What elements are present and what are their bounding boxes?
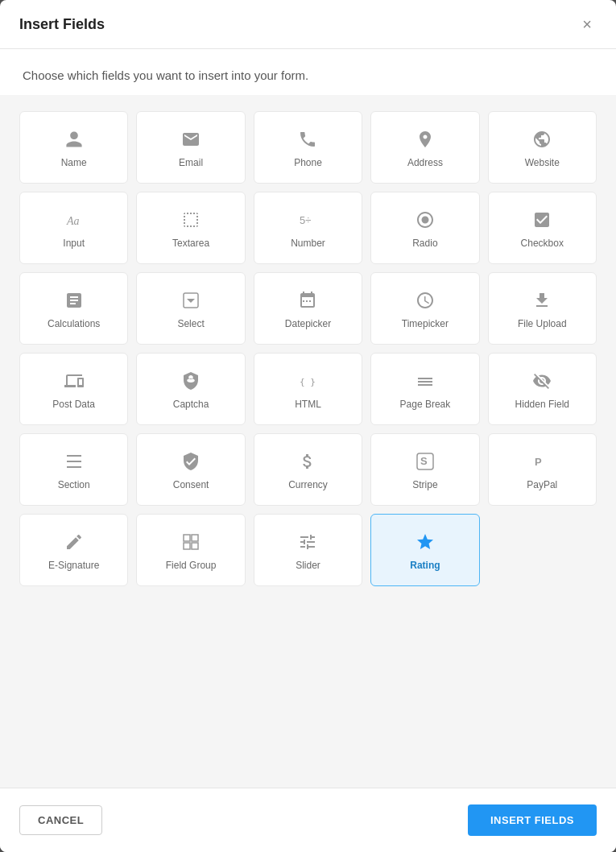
datepicker-icon bbox=[298, 289, 317, 312]
timepicker-icon bbox=[415, 289, 435, 312]
field-item-select[interactable]: Select bbox=[136, 272, 245, 345]
rating-icon bbox=[415, 531, 435, 553]
field-label-section: Section bbox=[58, 479, 90, 492]
svg-text:{ }: { } bbox=[300, 377, 316, 387]
field-item-website[interactable]: Website bbox=[488, 111, 597, 184]
fieldgroup-icon bbox=[181, 531, 201, 553]
modal-header: Insert Fields × bbox=[0, 0, 616, 49]
fileupload-icon bbox=[532, 289, 552, 312]
field-label-phone: Phone bbox=[294, 157, 322, 170]
field-item-email[interactable]: Email bbox=[136, 111, 245, 184]
field-label-select: Select bbox=[177, 318, 204, 331]
field-label-paypal: PayPal bbox=[527, 479, 557, 492]
field-item-phone[interactable]: Phone bbox=[254, 111, 362, 184]
field-item-checkbox[interactable]: Checkbox bbox=[488, 192, 597, 264]
field-label-slider: Slider bbox=[296, 560, 320, 573]
field-label-stripe: Stripe bbox=[412, 479, 437, 492]
consent-icon bbox=[181, 450, 201, 473]
field-item-section[interactable]: Section bbox=[19, 433, 128, 506]
calculations-icon bbox=[64, 289, 84, 312]
field-item-paypal[interactable]: PPayPal bbox=[488, 433, 597, 506]
field-label-input: Input bbox=[63, 238, 85, 250]
textarea-icon bbox=[181, 209, 201, 231]
field-item-datepicker[interactable]: Datepicker bbox=[254, 272, 362, 345]
field-item-stripe[interactable]: SStripe bbox=[370, 433, 479, 506]
field-item-pagebreak[interactable]: Page Break bbox=[370, 353, 479, 425]
pagebreak-icon bbox=[415, 370, 435, 392]
field-item-fieldgroup[interactable]: Field Group bbox=[136, 514, 245, 586]
svg-text:5÷: 5÷ bbox=[300, 214, 311, 226]
postdata-icon bbox=[64, 370, 84, 392]
field-label-rating: Rating bbox=[410, 560, 440, 573]
field-label-fieldgroup: Field Group bbox=[166, 560, 217, 573]
field-item-currency[interactable]: Currency bbox=[254, 433, 362, 506]
select-icon bbox=[181, 289, 201, 312]
field-item-name[interactable]: Name bbox=[19, 111, 128, 184]
field-label-currency: Currency bbox=[288, 479, 328, 492]
captcha-icon bbox=[181, 370, 201, 392]
field-label-hiddenfield: Hidden Field bbox=[515, 399, 569, 412]
field-label-calculations: Calculations bbox=[48, 318, 100, 331]
radio-icon bbox=[415, 209, 435, 231]
hiddenfield-icon bbox=[532, 370, 552, 392]
field-label-email: Email bbox=[179, 157, 203, 170]
svg-text:Aa: Aa bbox=[66, 215, 80, 227]
modal-footer: CANCEL INSERT FIELDS bbox=[0, 788, 616, 852]
section-icon bbox=[64, 450, 84, 473]
field-label-captcha: Captcha bbox=[173, 399, 209, 412]
insert-fields-modal: Insert Fields × Choose which fields you … bbox=[0, 0, 616, 852]
close-button[interactable]: × bbox=[577, 14, 597, 34]
field-item-textarea[interactable]: Textarea bbox=[136, 192, 245, 264]
field-label-checkbox: Checkbox bbox=[521, 238, 564, 250]
field-item-fileupload[interactable]: File Upload bbox=[488, 272, 597, 345]
website-icon bbox=[532, 128, 552, 151]
email-icon bbox=[181, 128, 201, 151]
field-label-html: HTML bbox=[295, 399, 321, 412]
field-label-datepicker: Datepicker bbox=[285, 318, 331, 331]
field-item-address[interactable]: Address bbox=[370, 111, 479, 184]
svg-text:P: P bbox=[535, 456, 542, 468]
field-grid: NameEmailPhoneAddressWebsiteAaInputTexta… bbox=[19, 111, 597, 586]
field-label-textarea: Textarea bbox=[172, 238, 209, 250]
modal-title: Insert Fields bbox=[19, 16, 105, 33]
field-label-pagebreak: Page Break bbox=[400, 399, 451, 412]
field-label-website: Website bbox=[525, 157, 560, 170]
field-item-consent[interactable]: Consent bbox=[136, 433, 245, 506]
field-item-captcha[interactable]: Captcha bbox=[136, 353, 245, 425]
svg-text:S: S bbox=[420, 455, 428, 467]
slider-icon bbox=[298, 531, 317, 553]
field-label-address: Address bbox=[407, 157, 443, 170]
field-label-radio: Radio bbox=[412, 238, 437, 250]
currency-icon bbox=[298, 450, 317, 473]
field-item-timepicker[interactable]: Timepicker bbox=[370, 272, 479, 345]
field-label-esignature: E-Signature bbox=[48, 560, 99, 573]
field-label-name: Name bbox=[61, 157, 87, 170]
checkbox-icon bbox=[532, 209, 552, 231]
phone-icon bbox=[298, 128, 317, 151]
paypal-icon: P bbox=[532, 450, 552, 473]
field-item-hiddenfield[interactable]: Hidden Field bbox=[488, 353, 597, 425]
field-item-radio[interactable]: Radio bbox=[370, 192, 479, 264]
field-item-postdata[interactable]: Post Data bbox=[19, 353, 128, 425]
field-item-esignature[interactable]: E-Signature bbox=[19, 514, 128, 586]
field-label-number: Number bbox=[291, 238, 325, 250]
html-icon: { } bbox=[298, 370, 317, 392]
insert-fields-button[interactable]: INSERT FIELDS bbox=[468, 804, 597, 836]
cancel-button[interactable]: CANCEL bbox=[19, 805, 102, 835]
input-icon: Aa bbox=[64, 209, 84, 231]
field-item-input[interactable]: AaInput bbox=[19, 192, 128, 264]
field-label-consent: Consent bbox=[173, 479, 209, 492]
stripe-icon: S bbox=[415, 450, 435, 473]
number-icon: 5÷ bbox=[298, 209, 317, 231]
field-item-slider[interactable]: Slider bbox=[254, 514, 362, 586]
field-item-html[interactable]: { }HTML bbox=[254, 353, 362, 425]
esignature-icon bbox=[64, 531, 84, 553]
field-label-postdata: Post Data bbox=[52, 399, 95, 412]
fields-grid-area: NameEmailPhoneAddressWebsiteAaInputTexta… bbox=[0, 95, 616, 788]
field-label-timepicker: Timepicker bbox=[402, 318, 449, 331]
field-label-fileupload: File Upload bbox=[518, 318, 567, 331]
field-item-calculations[interactable]: Calculations bbox=[19, 272, 128, 345]
field-item-number[interactable]: 5÷Number bbox=[254, 192, 362, 264]
name-icon bbox=[64, 128, 84, 151]
field-item-rating[interactable]: Rating bbox=[370, 514, 479, 586]
